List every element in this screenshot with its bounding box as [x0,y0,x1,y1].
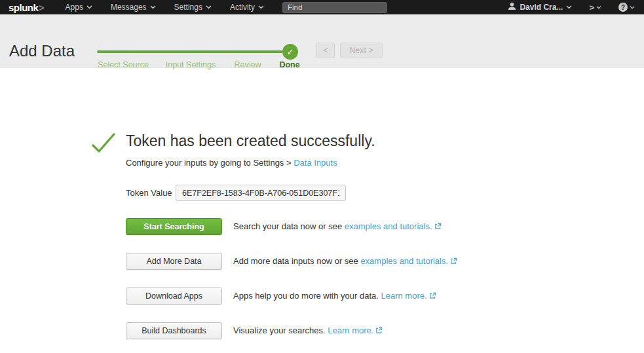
token-row: Token Value [126,185,346,201]
step-select-source: Select Source [98,60,149,69]
caret-glyph: > [589,3,594,12]
description-text: Search your data now or see [233,221,345,231]
back-button[interactable]: < [316,43,335,58]
help-icon: ? [618,3,628,12]
nav-activity-label: Activity [230,3,255,12]
page-title: Add Data [9,42,75,60]
chevron-down-icon [258,5,264,9]
download-apps-row: Download Apps Apps help you do more with… [126,288,436,305]
chevron-down-icon [566,5,572,9]
chevron-down-icon [596,6,601,9]
examples-tutorials-link[interactable]: examples and tutorials. [345,221,432,231]
step-progress-line [97,50,282,53]
chevron-down-icon [206,5,212,9]
learn-more-link[interactable]: Learn more. [328,325,373,335]
learn-more-link[interactable]: Learn more. [381,291,426,301]
nav-menu-settings[interactable]: Settings [165,0,221,14]
user-name: David Cra... [520,3,563,12]
splunk-logo-caret: > [39,3,44,13]
nav-menu-activity[interactable]: Activity [221,0,273,14]
step-done: Done [279,60,299,69]
next-button[interactable]: Next > [340,43,383,58]
step-done-check-icon: ✓ [282,44,298,60]
add-more-data-row: Add More Data Add more data inputs now o… [126,253,457,270]
external-link-icon [434,222,442,232]
nav-menu-messages[interactable]: Messages [102,0,165,14]
splunk-logo[interactable]: splunk > [0,2,56,13]
search-caret-menu[interactable]: > [581,3,609,12]
help-menu[interactable]: ? [612,3,644,12]
nav-apps-label: Apps [66,3,83,12]
examples-tutorials-link[interactable]: examples and tutorials. [360,256,448,266]
add-more-data-button[interactable]: Add More Data [126,253,222,270]
step-review: Review [235,60,261,69]
user-icon [508,2,516,12]
add-more-data-description: Add more data inputs now or see examples… [233,256,457,267]
description-text: Add more data inputs now or see [233,256,360,266]
start-searching-description: Search your data now or see examples and… [233,221,442,232]
nav-messages-label: Messages [111,3,147,12]
start-searching-button[interactable]: Start Searching [126,218,222,235]
nav-menu-apps[interactable]: Apps [56,0,102,14]
success-title: Token has been created successfully. [126,132,375,150]
description-text: Apps help you do more with your data. [233,291,381,301]
external-link-icon [375,326,383,336]
wizard-header: Add Data ✓ Select Source Input Settings … [0,14,644,67]
external-link-icon [450,257,457,267]
build-dashboards-description: Visualize your searches. Learn more. [233,325,383,336]
step-input-settings: Input Settings [166,60,216,69]
user-menu[interactable]: David Cra... [501,2,578,12]
splunk-logo-text: splunk [9,2,38,13]
nav-settings-label: Settings [174,3,202,12]
add-data-page: splunk > Apps Messages Settings Activity… [0,0,644,353]
find-search-input[interactable] [282,2,387,13]
topbar-right-section: David Cra... > ? [501,2,644,12]
subtitle-text: Configure your inputs by going to Settin… [126,158,294,168]
description-text: Visualize your searches. [233,325,328,335]
build-dashboards-row: Build Dashboards Visualize your searches… [126,322,383,339]
chevron-down-icon [150,5,156,9]
data-inputs-link[interactable]: Data Inputs [294,158,337,168]
success-subtitle: Configure your inputs by going to Settin… [126,158,337,168]
top-navigation-bar: splunk > Apps Messages Settings Activity… [0,0,644,14]
chevron-down-icon [86,5,92,9]
download-apps-description: Apps help you do more with your data. Le… [233,291,436,301]
success-check-icon [91,132,116,157]
chevron-down-icon [630,6,635,9]
token-value-field[interactable] [176,185,346,201]
download-apps-button[interactable]: Download Apps [126,288,222,305]
token-value-label: Token Value [126,188,176,198]
build-dashboards-button[interactable]: Build Dashboards [126,322,222,339]
external-link-icon [429,291,436,301]
start-searching-row: Start Searching Search your data now or … [126,218,442,235]
